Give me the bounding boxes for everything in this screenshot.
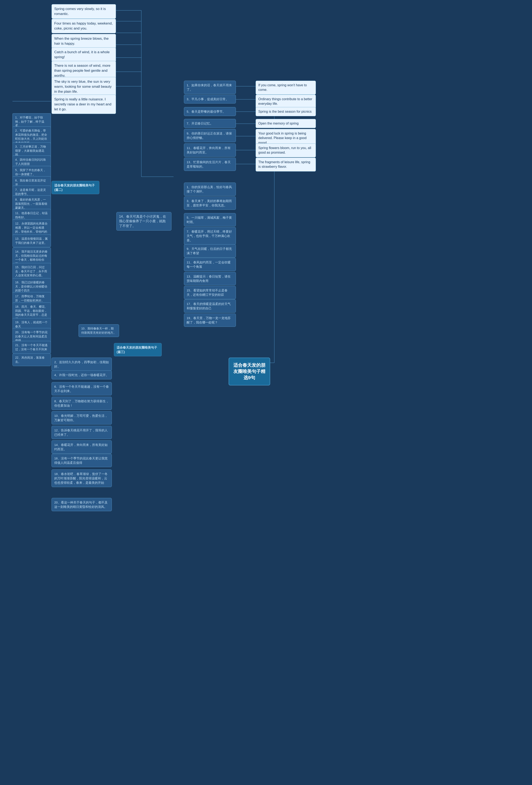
rc1-item-3: 3、平凡小事，促成美好日常。 — [184, 95, 236, 104]
rl-box-6: Spring flowers bloom, run to you, all go… — [256, 144, 316, 157]
rc2-item-9: 9、天气在回暖，往后的日子都充满了希望 — [184, 244, 236, 258]
lc3-item-12: 12、告诉春天桃花不用开了，我等的人已经来了。 — [52, 426, 112, 439]
rc2-item-15: 15、看望如的常常却不止是春天，还有你赠江平安的轻叹 — [184, 286, 236, 299]
rl-box-7: The fragments of leisure life, spring is… — [256, 158, 316, 172]
rc2-item-3: 3、春天来了，美好的事将如期而至，愿世界平安，你我无恙。 — [184, 197, 236, 210]
branch-spring-2: Four times as happy today, weekend, coke… — [52, 19, 116, 33]
branch-spring-7: Spring is really a little nuisance. I se… — [52, 95, 116, 114]
branch-spring-4: Catch a bunch of wind, it is a whole spr… — [52, 47, 116, 62]
mind-map: Spring comes very slowly, so it is roman… — [0, 0, 532, 785]
rc2-item-5: 5、一川烟草，满城风絮，梅子黄时雨。 — [184, 213, 236, 226]
center-item-14: 14、春天可真是个小讨厌鬼，在我心里偷偷养了一只小鹿，就跑了不管了。 — [116, 212, 171, 231]
rl-box-3: Spring is the best season for picnics — [256, 107, 316, 116]
lc3-item-4: 4、许我一段时光，还你一场春暖花开。 — [52, 371, 112, 379]
branch-spring-3: When the spring breeze blows, the hair i… — [52, 34, 116, 48]
lc3-item-6: 6、没有一个冬天不能逾越，没有一个春天不会到来。 — [52, 382, 112, 396]
rc1-item-7: 7、开启春日记忆。 — [184, 119, 236, 128]
lc3-item-20: 20、看这一种关于春天的句子，都不及这一刻唯美的晴日黄昏和恰好的清风。 — [52, 498, 112, 511]
rl-box-1: If you come, spring won't have to come. — [256, 81, 316, 95]
left-item-10: 10、期待像春天一样，期待新闻里充有好好的地方。 — [79, 324, 119, 337]
central-node: 适合春天发的朋友圈唯美句子精选9句 — [229, 358, 270, 385]
rc2-item-13: 13、温醒提示：春日短暂，请在赏味期限内食用 — [184, 272, 236, 285]
rc2-item-19: 19、春天里，万物一龙一龙地苏醒了，我在哪一处呢？ — [184, 313, 236, 327]
rl-box-4: Open the memory of spring — [256, 119, 316, 128]
left-item-22: 22、风伤宛淡，落落春去。 — [12, 353, 51, 366]
rl-box-2: Ordinary things contribute to a better e… — [256, 95, 316, 108]
branch-spring-1: Spring comes very slowly, so it is roman… — [52, 4, 116, 19]
left-item-13: 13、温度在慢慢回温，属于我们的春天来了这里。 — [12, 234, 51, 247]
left-cluster-label-1: 适合春天发的朋友圈唯美句子(篇二) — [52, 181, 99, 194]
lc3-item-10: 10、春光明媚，万苟可爱，热爱生活，万象皆可期待。 — [52, 411, 112, 425]
rc2-item-11: 11、春风如约而至，一定会吹暖每一个角落 — [184, 258, 236, 271]
lc3-item-8: 8、春天到了，万物都在努力获得新生，你也要加油！ — [52, 397, 112, 410]
lc3-item-14: 14、春暖花开，奔向而来，所有美好如约而至。 — [52, 440, 112, 454]
lc3-item-2: 2、送别经久久的冬，四季如初，佳期如好。 — [52, 358, 112, 371]
branch-spring-6: The sky is very blue, the sun is very wa… — [52, 77, 116, 96]
left-item-15: 15、我好日己回，问过去，春天不过了，永不而人迩发花发肯的心愿。 — [12, 263, 51, 280]
rc1-item-13: 13、忙里偷闲的生活片片，春天是草莓味的。 — [184, 158, 236, 171]
rc1-item-1: 1、如果你来的话，春天就不用来了。 — [184, 81, 236, 94]
rc2-item-1: 1、你的笑容那么美，恰好与春风撞了个满怀。 — [184, 182, 236, 196]
left-item-21: 21、没有一个冬天不能逃过，没有一个春天不到来 — [12, 341, 51, 354]
left-cluster-label-2: 适合春天发的朋友圈唯美句子(篇三) — [114, 343, 162, 356]
lc3-item-16: 16、没有一个季节的花比春天更让我觉得值人间温柔且值得 — [52, 454, 112, 467]
rc1-item-11: 11、春暖花开，奔向而来，所有美好如约而至。 — [184, 144, 236, 157]
rc2-item-17: 17、春天的情暖是温柔的好天气和慢慢变好的自己 — [184, 299, 236, 313]
rc1-item-9: 9、你的善日好运正在派送，请保持心情舒畅。 — [184, 129, 236, 142]
lc3-item-18: 18、春水初呓，春草渐绿，蛰伏了一冬的万叶渐渐苏醒，阳光变得温暖和，云也也变得轻… — [52, 470, 112, 487]
rc1-item-5: 5、春天是野餐的最佳季节。 — [184, 107, 236, 116]
rc2-item-7: 7、春暖花开，用过天晴，终要好天气，也给予我，千万种满心欢喜。 — [184, 227, 236, 245]
